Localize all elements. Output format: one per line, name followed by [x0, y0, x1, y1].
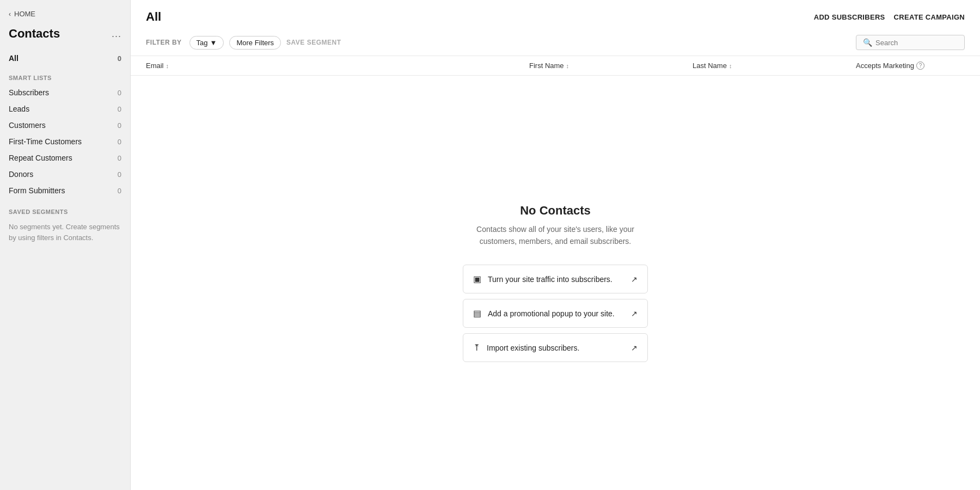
action-card-0[interactable]: ▣ Turn your site traffic into subscriber…: [463, 265, 648, 293]
search-input[interactable]: [875, 39, 958, 47]
action-card-label-0: Turn your site traffic into subscribers.: [488, 275, 612, 284]
all-nav-item[interactable]: All 0: [0, 50, 130, 67]
no-segments-text: No segments yet. Create segments by usin…: [0, 218, 130, 246]
smart-list-label: Repeat Customers: [9, 154, 72, 162]
lastname-column-header: Last Name ↕: [693, 62, 856, 70]
sidebar-menu-icon[interactable]: ...: [112, 28, 121, 40]
tag-filter-button[interactable]: Tag ▼: [189, 36, 224, 50]
action-card-arrow-2: ↗: [631, 344, 638, 352]
all-nav-label: All: [9, 54, 19, 63]
lastname-sort-icon[interactable]: ↕: [729, 63, 732, 69]
smart-list-label: Subscribers: [9, 88, 49, 97]
no-contacts-description: Contacts show all of your site's users, …: [468, 223, 642, 248]
filter-bar: FILTER BY Tag ▼ More Filters SAVE SEGMEN…: [131, 29, 980, 56]
back-nav[interactable]: ‹ HOME: [0, 0, 130, 24]
import-icon: ⤒: [473, 342, 480, 353]
smart-list-label: Donors: [9, 170, 33, 179]
sidebar-item-form-submitters[interactable]: Form Submitters 0: [0, 182, 130, 199]
add-subscribers-button[interactable]: ADD SUBSCRIBERS: [814, 13, 885, 21]
action-card-1[interactable]: ▤ Add a promotional popup to your site. …: [463, 299, 648, 328]
action-cards: ▣ Turn your site traffic into subscriber…: [463, 265, 648, 362]
empty-state: No Contacts Contacts show all of your si…: [131, 76, 980, 490]
action-card-label-2: Import existing subscribers.: [487, 344, 579, 352]
more-filters-button[interactable]: More Filters: [229, 36, 281, 50]
action-card-left-1: ▤ Add a promotional popup to your site.: [473, 308, 615, 318]
smart-list-label: Form Submitters: [9, 186, 65, 195]
save-segment-button[interactable]: SAVE SEGMENT: [286, 39, 341, 46]
page-title: All: [146, 10, 161, 24]
search-container: 🔍: [856, 35, 965, 50]
action-card-label-1: Add a promotional popup to your site.: [488, 309, 615, 318]
sidebar-item-repeat-customers[interactable]: Repeat Customers 0: [0, 150, 130, 166]
firstname-sort-icon[interactable]: ↕: [566, 63, 569, 69]
accepts-marketing-column-header: Accepts Marketing ?: [856, 62, 965, 70]
monitor-icon: ▣: [473, 274, 481, 284]
smart-list-count: 0: [118, 121, 121, 130]
sidebar: ‹ HOME Contacts ... All 0 SMART LISTS Su…: [0, 0, 131, 490]
search-icon: 🔍: [863, 38, 872, 47]
sidebar-item-subscribers[interactable]: Subscribers 0: [0, 84, 130, 101]
firstname-column-header: First Name ↕: [529, 62, 693, 70]
smart-list-label: Leads: [9, 105, 29, 113]
all-nav-count: 0: [118, 54, 121, 63]
action-card-2[interactable]: ⤒ Import existing subscribers. ↗: [463, 333, 648, 362]
create-campaign-button[interactable]: CREATE CAMPAIGN: [894, 13, 965, 21]
no-contacts-title: No Contacts: [520, 204, 591, 218]
smart-list-count: 0: [118, 154, 121, 162]
action-card-arrow-1: ↗: [631, 309, 638, 318]
smart-lists-section-label: SMART LISTS: [0, 67, 130, 84]
top-bar: All ADD SUBSCRIBERS CREATE CAMPAIGN: [131, 0, 980, 29]
smart-list-label: Customers: [9, 121, 46, 130]
accepts-marketing-help-icon[interactable]: ?: [916, 62, 924, 70]
sidebar-item-donors[interactable]: Donors 0: [0, 166, 130, 182]
sidebar-item-first-time-customers[interactable]: First-Time Customers 0: [0, 133, 130, 150]
smart-list-count: 0: [118, 89, 121, 97]
sidebar-item-leads[interactable]: Leads 0: [0, 101, 130, 117]
tag-filter-label: Tag: [197, 39, 208, 47]
back-label: HOME: [14, 10, 35, 18]
tag-dropdown-icon: ▼: [210, 39, 217, 47]
email-column-header: Email ↕: [146, 62, 529, 70]
smart-lists-container: Subscribers 0 Leads 0 Customers 0 First-…: [0, 84, 130, 199]
smart-list-count: 0: [118, 105, 121, 113]
saved-segments-label: SAVED SEGMENTS: [0, 199, 130, 218]
smart-list-count: 0: [118, 187, 121, 195]
smart-list-count: 0: [118, 170, 121, 179]
action-card-arrow-0: ↗: [631, 275, 638, 284]
sidebar-item-customers[interactable]: Customers 0: [0, 117, 130, 133]
smart-list-count: 0: [118, 138, 121, 146]
table-header: Email ↕ First Name ↕ Last Name ↕ Accepts…: [131, 56, 980, 76]
sidebar-title: Contacts: [9, 27, 60, 41]
main-content: All ADD SUBSCRIBERS CREATE CAMPAIGN FILT…: [131, 0, 980, 490]
popup-icon: ▤: [473, 308, 481, 318]
top-bar-actions: ADD SUBSCRIBERS CREATE CAMPAIGN: [814, 13, 965, 21]
action-card-left-2: ⤒ Import existing subscribers.: [473, 342, 579, 353]
email-sort-icon[interactable]: ↕: [166, 63, 169, 69]
sidebar-header: Contacts ...: [0, 24, 130, 50]
action-card-left-0: ▣ Turn your site traffic into subscriber…: [473, 274, 612, 284]
smart-list-label: First-Time Customers: [9, 137, 82, 146]
filter-by-label: FILTER BY: [146, 39, 182, 46]
chevron-left-icon: ‹: [9, 10, 11, 18]
